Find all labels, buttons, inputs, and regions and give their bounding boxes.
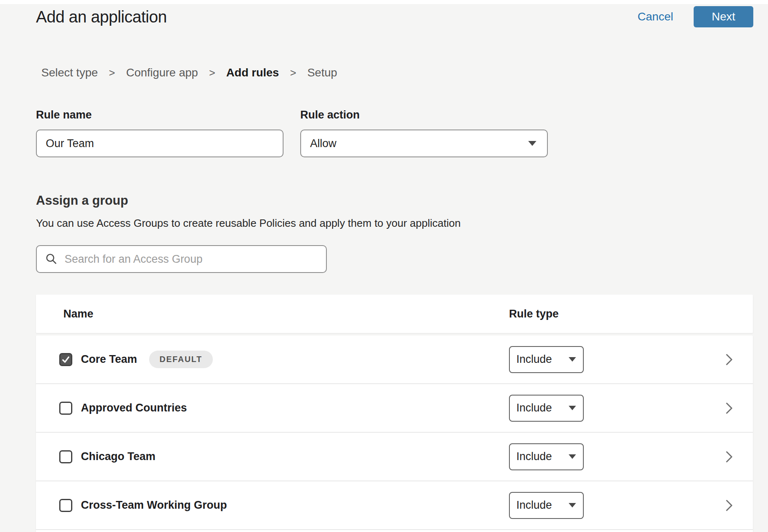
chevron-down-icon [569, 357, 576, 362]
rule-fields: Rule name Rule action Allow [36, 109, 768, 157]
rule-action-value: Allow [310, 137, 337, 150]
chevron-right-icon[interactable] [725, 401, 733, 415]
rule-action-field: Rule action Allow [300, 109, 548, 157]
rule-type-value: Include [516, 353, 552, 366]
rule-type-value: Include [516, 499, 552, 512]
add-application-page: Add an application Cancel Next Select ty… [0, 0, 768, 532]
breadcrumb-step-select-type[interactable]: Select type [41, 66, 98, 79]
table-row-cross-team-working-group: Cross-Team Working Group Include [36, 481, 753, 530]
breadcrumb: Select type > Configure app > Add rules … [41, 66, 768, 79]
checkmark-icon [61, 355, 70, 364]
top-strip [0, 0, 768, 4]
group-name: Chicago Team [81, 450, 156, 463]
column-header-rule-type: Rule type [509, 308, 559, 320]
breadcrumb-step-add-rules[interactable]: Add rules [226, 66, 279, 79]
rule-action-label: Rule action [300, 109, 548, 121]
page-header: Add an application Cancel Next [36, 5, 753, 29]
assign-group-heading: Assign a group [36, 193, 768, 208]
breadcrumb-separator: > [109, 67, 115, 79]
rule-name-label: Rule name [36, 109, 284, 121]
table-row-chicago-team: Chicago Team Include [36, 433, 753, 481]
groups-table-header: Name Rule type [36, 295, 753, 333]
chevron-right-icon[interactable] [725, 498, 733, 512]
chevron-down-icon [528, 141, 536, 146]
rule-type-dropdown[interactable]: Include [509, 346, 584, 373]
group-name: Cross-Team Working Group [81, 499, 227, 512]
checkbox[interactable] [59, 402, 72, 415]
header-actions: Cancel Next [638, 6, 753, 27]
cancel-button[interactable]: Cancel [638, 10, 673, 23]
group-name: Core Team [81, 353, 137, 366]
search-input[interactable] [65, 253, 319, 266]
breadcrumb-separator: > [209, 67, 215, 79]
rule-name-field: Rule name [36, 109, 284, 157]
rule-type-dropdown[interactable]: Include [509, 443, 584, 470]
breadcrumb-separator: > [290, 67, 296, 79]
checkbox[interactable] [59, 450, 72, 463]
chevron-right-icon[interactable] [725, 353, 733, 367]
group-name: Approved Countries [81, 402, 187, 414]
default-badge: DEFAULT [149, 351, 213, 368]
column-header-name: Name [63, 308, 94, 320]
checkbox[interactable] [59, 499, 72, 512]
checkbox[interactable] [59, 353, 72, 366]
table-row-core-team: Core Team DEFAULT Include [36, 335, 753, 384]
rule-type-value: Include [516, 402, 552, 414]
rule-name-input[interactable] [36, 130, 284, 157]
table-row-approved-countries: Approved Countries Include [36, 384, 753, 433]
breadcrumb-step-setup[interactable]: Setup [307, 66, 337, 79]
rule-action-select[interactable]: Allow [300, 130, 548, 157]
next-button[interactable]: Next [694, 6, 753, 27]
breadcrumb-step-configure-app[interactable]: Configure app [126, 66, 198, 79]
chevron-down-icon [569, 503, 576, 507]
page-title: Add an application [36, 8, 167, 26]
chevron-down-icon [569, 406, 576, 410]
search-icon [45, 253, 58, 266]
rule-type-dropdown[interactable]: Include [509, 395, 584, 422]
access-group-search-box[interactable] [36, 245, 327, 273]
chevron-right-icon[interactable] [725, 450, 733, 464]
assign-group-description: You can use Access Groups to create reus… [36, 217, 768, 230]
rule-type-value: Include [516, 450, 552, 463]
chevron-down-icon [569, 454, 576, 459]
groups-table-body: Core Team DEFAULT Include Approved Count… [36, 335, 753, 532]
rule-type-dropdown[interactable]: Include [509, 492, 584, 519]
